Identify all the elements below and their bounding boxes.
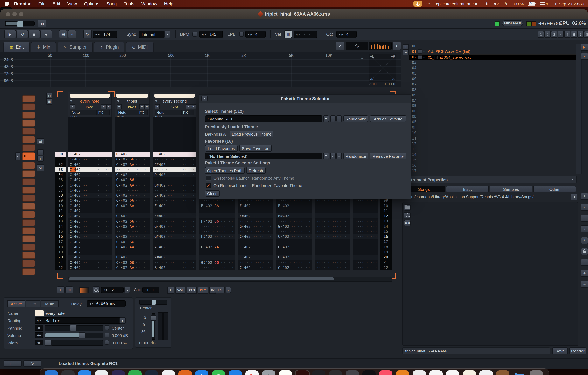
menu-window[interactable]: Window	[138, 1, 161, 6]
track-title[interactable]: every note	[68, 99, 111, 103]
pattern-cell[interactable]: C-402 --·· ··	[153, 152, 196, 157]
pattern-cell[interactable]: C-402 --·· ··	[68, 239, 112, 244]
sequence-slot[interactable]	[22, 162, 35, 169]
track-color-swatch[interactable]	[79, 287, 89, 294]
pattern-cell[interactable]: ···· · --·· ··	[200, 229, 235, 234]
pattern-cell[interactable]: C-402 --·· ··	[68, 213, 112, 219]
instrument-row-02[interactable]: ∞01_hihat 054_stereo.wav∿	[410, 54, 584, 60]
track-title[interactable]: every second	[153, 99, 196, 103]
sequence-slot[interactable]	[22, 136, 35, 143]
width-handle[interactable]	[45, 340, 52, 346]
pattern-cell[interactable]: ···· · --·· ··	[153, 260, 196, 265]
pattern-cell[interactable]: D#402 --·· ··	[153, 182, 196, 188]
pattern-cell[interactable]: F#402 --·· ··	[153, 213, 196, 219]
pattern-cell[interactable]: ···· · --·· ··	[153, 167, 196, 172]
spectrum-display[interactable]	[369, 41, 392, 50]
pattern-cell[interactable]: C-402 AA·· ··	[115, 203, 150, 208]
midi-map-button[interactable]: MIDI MAP	[502, 20, 523, 26]
pattern-cell[interactable]: F-402 --·· ··	[276, 203, 312, 208]
pattern-slot-8[interactable]: 8	[584, 31, 588, 38]
pattern-cell[interactable]: ···· · --·· ··	[200, 208, 235, 213]
pattern-cell[interactable]: ···· · --·· ··	[315, 229, 350, 234]
pattern-cell[interactable]: C-402 66·· ··	[115, 198, 150, 203]
pattern-slot-3[interactable]: 3	[551, 31, 557, 38]
dictation-mic-icon[interactable]	[413, 1, 422, 7]
stepper-left-icon[interactable]: ◀	[95, 33, 97, 36]
spectrum-menu-icon[interactable]: ≡	[361, 56, 364, 60]
theme-dropdown-arrow-icon[interactable]: ▼	[323, 115, 329, 122]
panning-handle[interactable]	[70, 325, 77, 331]
pattern-cell[interactable]: ···· · --·· ··	[354, 254, 378, 260]
toggle-pan[interactable]: PAN	[187, 287, 197, 294]
pattern-cell[interactable]: ···· · --·· ··	[315, 265, 350, 270]
randomize-favorite-checkbox[interactable]: ✓	[206, 183, 211, 188]
theme-plus-button[interactable]: +	[336, 115, 342, 122]
pattern-cell[interactable]: ···· · --·· ··	[153, 177, 196, 183]
pattern-cell[interactable]: ···· · --·· ··	[238, 250, 273, 255]
dock-preview[interactable]: ◌	[413, 370, 426, 375]
pattern-cell[interactable]: C-402 AA·· ··	[115, 244, 150, 250]
pattern-cell[interactable]: F-402 --·· ··	[238, 203, 273, 208]
pattern-cell[interactable]: C-402 --·· ··	[68, 177, 112, 183]
track-state-mute[interactable]: Mute	[41, 300, 59, 307]
add-as-favorite-button[interactable]: Add as Favorite	[370, 115, 406, 122]
play-button[interactable]: ▶	[4, 30, 16, 39]
dock-terminal[interactable]: >_	[312, 370, 326, 375]
track-1-body[interactable]: C-402 --·· ··C-402 --·· ··C-402 --·· ··C…	[68, 117, 112, 270]
dock-flame-app[interactable]: ◆	[178, 370, 192, 375]
favorite-dropdown[interactable]: <No Theme Selected>	[205, 153, 322, 159]
remove-column-icon[interactable]: −	[186, 104, 191, 109]
pattern-cell[interactable]: C-402 66·· ··	[115, 239, 150, 244]
pattern-cell[interactable]: ···· · --·· ··	[153, 250, 196, 255]
groove-stepper[interactable]: ◀▶ 1	[142, 287, 159, 293]
pattern-cell[interactable]: ···· · --·· ··	[200, 239, 235, 244]
dock-system-settings[interactable]: ⚙	[262, 370, 275, 375]
collapse-upper-icon[interactable]: ▲	[392, 41, 401, 50]
hscrollbar-handle[interactable]	[69, 277, 334, 280]
pattern-cell[interactable]: F#402 --·· ··	[200, 234, 235, 239]
pattern-cell[interactable]: F#402 --·· ··	[276, 213, 312, 219]
pattern-cell[interactable]: ···· · --·· ··	[153, 188, 196, 193]
seq-layers-icon[interactable]: ▤	[37, 138, 44, 144]
dock-chrome[interactable]: ◉	[162, 370, 175, 375]
dock-downloads-folder[interactable]	[513, 370, 526, 375]
dock-mail[interactable]: ✉	[78, 370, 91, 375]
sequence-slot[interactable]	[22, 120, 35, 127]
pattern-cell[interactable]: E-402 --·· ··	[153, 193, 196, 198]
pattern-cell[interactable]: ···· · --·· ··	[315, 254, 350, 260]
sequence-slot[interactable]	[22, 128, 35, 135]
dock-tiles-app[interactable]: ▦	[463, 370, 476, 375]
pattern-cell[interactable]: ···· · --·· ··	[276, 250, 312, 255]
minimize-window-button[interactable]	[12, 12, 17, 16]
pattern-cell[interactable]: C-402 --·· ··	[68, 260, 112, 265]
seq-clone-icon[interactable]: ⧉	[37, 164, 44, 171]
pattern-cell[interactable]: G-402 --·· ··	[276, 224, 312, 229]
theme-dropdown[interactable]: Graphite RC1	[205, 115, 322, 122]
pattern-cell[interactable]: ···· · --·· ··	[315, 250, 350, 255]
pattern-cell[interactable]: C-402 --·· ··	[68, 265, 112, 270]
pattern-cell[interactable]: C-402 --·· ··	[68, 203, 112, 208]
sync-select[interactable]: Internal	[139, 31, 165, 38]
pattern-cell[interactable]: C-402 --·· ··	[68, 208, 112, 213]
lpb-stepper[interactable]: ◀▶ 4	[245, 31, 266, 38]
menu-tools[interactable]: Tools	[120, 1, 138, 6]
pattern-cell[interactable]: ···· · --·· ··	[276, 239, 312, 244]
pattern-cell[interactable]: C-402 --·· ··	[238, 265, 273, 270]
pattern-cell[interactable]: C-402 --·· ··	[238, 244, 273, 250]
strip-preset-2[interactable]: 2	[581, 204, 588, 211]
tab-midi[interactable]: ⊙MIDI	[126, 41, 154, 52]
load-favorites-button[interactable]: Load Favorites	[205, 145, 238, 152]
pattern-cell[interactable]: C-402 --·· ··	[238, 254, 273, 260]
pattern-cell[interactable]: ···· · --·· ··	[115, 250, 150, 255]
pattern-cell[interactable]: C-402 AA·· ··	[115, 265, 150, 270]
expand-pattern-icon[interactable]: ⊞	[65, 286, 73, 294]
width-checkbox[interactable]	[105, 340, 109, 345]
remove-column-icon[interactable]: −	[139, 104, 144, 109]
sequence-slot[interactable]	[22, 244, 35, 251]
pattern-cell[interactable]: ···· · --·· ··	[153, 208, 196, 213]
pattern-cell[interactable]: E-402 AA·· ··	[200, 203, 235, 208]
track-color[interactable]	[35, 310, 44, 316]
pattern-cell[interactable]: C-402 --·· ··	[115, 213, 150, 219]
stepper-right-icon[interactable]: ▶	[147, 288, 149, 292]
dock-ableton-live[interactable]: Live	[329, 370, 342, 375]
